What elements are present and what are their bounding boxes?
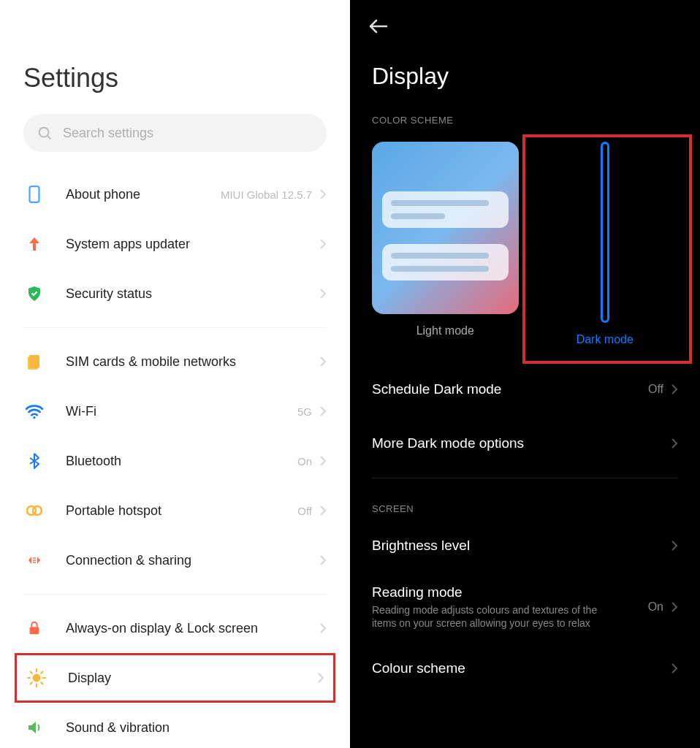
back-button[interactable] <box>350 0 700 37</box>
portable-hotspot-item[interactable]: Portable hotspot Off <box>0 486 350 535</box>
item-value: On <box>648 600 663 614</box>
display-panel: Display COLOR SCHEME Light mode Dark mod… <box>350 0 700 748</box>
display-item[interactable]: Display <box>15 653 335 703</box>
item-label: Security status <box>66 286 319 302</box>
arrow-left-icon <box>368 19 388 34</box>
lock-icon <box>23 617 45 639</box>
item-label: Wi-Fi <box>66 404 297 419</box>
item-sublabel: Reading mode adjusts colours and texture… <box>372 603 620 630</box>
chevron-right-icon <box>317 672 324 684</box>
brightness-level-item[interactable]: Brightness level <box>350 519 700 573</box>
chevron-right-icon <box>319 405 327 417</box>
wifi-item[interactable]: Wi-Fi 5G <box>0 386 350 436</box>
search-input[interactable]: Search settings <box>23 114 327 152</box>
always-on-display-item[interactable]: Always-on display & Lock screen <box>0 603 350 653</box>
chevron-right-icon <box>319 288 327 299</box>
settings-group-2: SIM cards & mobile networks Wi-Fi 5G Blu… <box>0 337 350 585</box>
settings-panel: Settings Search settings About phone MIU… <box>0 0 350 748</box>
about-phone-item[interactable]: About phone MIUI Global 12.5.7 <box>0 169 350 219</box>
item-value: MIUI Global 12.5.7 <box>221 188 312 201</box>
system-apps-updater-item[interactable]: System apps updater <box>0 219 350 269</box>
item-label: SIM cards & mobile networks <box>66 354 319 370</box>
svg-point-0 <box>39 128 49 137</box>
search-placeholder: Search settings <box>63 126 153 141</box>
settings-group-3: Always-on display & Lock screen Display … <box>0 603 350 748</box>
security-icon <box>23 283 45 305</box>
settings-title: Settings <box>0 0 350 114</box>
security-status-item[interactable]: Security status <box>0 269 350 318</box>
item-label: About phone <box>66 187 221 202</box>
settings-group-1: About phone MIUI Global 12.5.7 System ap… <box>0 169 350 318</box>
item-value: Off <box>648 383 663 396</box>
item-label: Schedule Dark mode <box>372 381 648 397</box>
svg-point-5 <box>33 416 35 419</box>
wifi-icon <box>23 400 45 422</box>
svg-line-16 <box>31 682 32 684</box>
divider <box>23 594 327 595</box>
chevron-right-icon <box>671 663 678 674</box>
chevron-right-icon <box>671 383 678 395</box>
item-label: Colour scheme <box>372 660 671 676</box>
section-header-screen: SCREEN <box>350 478 700 514</box>
item-label: Reading mode <box>372 584 648 600</box>
light-mode-option[interactable]: Light mode <box>372 142 519 346</box>
sound-icon <box>23 717 45 739</box>
schedule-dark-mode-item[interactable]: Schedule Dark mode Off <box>350 362 700 416</box>
bluetooth-icon <box>23 450 45 472</box>
svg-rect-4 <box>28 356 38 370</box>
item-label: More Dark mode options <box>372 435 671 451</box>
svg-line-1 <box>47 136 50 139</box>
chevron-right-icon <box>671 540 678 552</box>
sound-vibration-item[interactable]: Sound & vibration <box>0 703 350 748</box>
reading-mode-item[interactable]: Reading mode Reading mode adjusts colour… <box>350 573 700 641</box>
item-label: Display <box>68 671 317 686</box>
display-icon <box>26 667 47 689</box>
chevron-right-icon <box>671 438 678 449</box>
item-label: System apps updater <box>66 237 319 252</box>
svg-line-15 <box>41 682 42 684</box>
more-dark-mode-options-item[interactable]: More Dark mode options <box>350 416 700 470</box>
svg-rect-8 <box>30 627 39 634</box>
chevron-right-icon <box>319 455 327 467</box>
item-label: Bluetooth <box>66 454 297 469</box>
light-mode-preview <box>372 142 519 314</box>
item-value: Off <box>297 505 312 517</box>
item-value: On <box>297 455 312 468</box>
svg-point-9 <box>33 674 41 682</box>
bluetooth-item[interactable]: Bluetooth On <box>0 436 350 486</box>
colour-scheme-item[interactable]: Colour scheme <box>350 641 700 695</box>
chevron-right-icon <box>319 238 327 250</box>
chevron-right-icon <box>319 356 327 367</box>
phone-icon <box>23 183 45 205</box>
chevron-right-icon <box>319 554 327 566</box>
chevron-right-icon <box>319 505 327 516</box>
connection-icon <box>23 549 45 571</box>
item-label: Sound & vibration <box>66 720 327 736</box>
item-value: 5G <box>297 405 312 418</box>
svg-line-14 <box>31 672 32 673</box>
dark-mode-label: Dark mode <box>577 333 634 346</box>
light-mode-label: Light mode <box>416 324 474 337</box>
chevron-right-icon <box>319 188 327 200</box>
svg-point-7 <box>33 506 42 515</box>
item-label: Brightness level <box>372 538 671 554</box>
item-label: Portable hotspot <box>66 503 297 519</box>
display-title: Display <box>350 37 700 90</box>
hotspot-icon <box>23 500 45 522</box>
svg-line-17 <box>41 672 42 673</box>
dark-mode-option[interactable]: Dark mode <box>532 142 679 346</box>
item-label: Connection & sharing <box>66 553 319 568</box>
chevron-right-icon <box>319 622 327 634</box>
connection-sharing-item[interactable]: Connection & sharing <box>0 535 350 585</box>
svg-rect-2 <box>30 186 39 202</box>
search-icon <box>37 125 53 141</box>
item-label: Always-on display & Lock screen <box>66 621 319 636</box>
sim-cards-item[interactable]: SIM cards & mobile networks <box>0 337 350 386</box>
updater-icon <box>23 233 45 255</box>
chevron-right-icon <box>671 601 678 613</box>
section-header-color-scheme: COLOR SCHEME <box>350 90 700 126</box>
sim-icon <box>23 351 45 373</box>
color-scheme-row: Light mode Dark mode <box>350 126 700 346</box>
divider <box>23 327 327 328</box>
